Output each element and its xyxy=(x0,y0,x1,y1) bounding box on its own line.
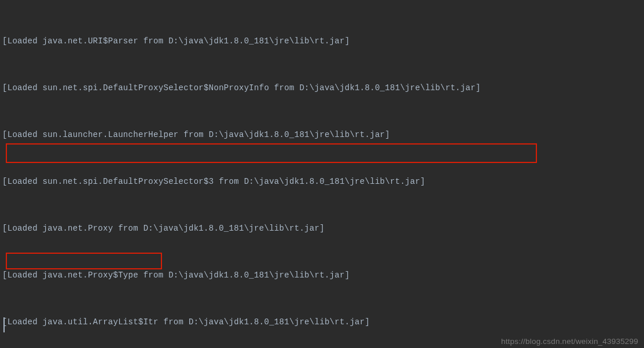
console-line: [Loaded java.net.Proxy$Type from D:\java… xyxy=(2,268,644,283)
watermark-text: https://blog.csdn.net/weixin_43935299 xyxy=(501,337,638,346)
console-line: [Loaded java.net.Proxy from D:\java\jdk1… xyxy=(2,221,644,236)
console-line: [Loaded sun.net.spi.DefaultProxySelector… xyxy=(2,80,644,96)
console-line: [Loaded java.util.ArrayList$Itr from D:\… xyxy=(2,314,644,330)
console-line: [Loaded sun.launcher.LauncherHelper from… xyxy=(2,127,644,143)
console-output: [Loaded java.net.URI$Parser from D:\java… xyxy=(2,2,644,348)
console-line: [Loaded java.net.URI$Parser from D:\java… xyxy=(2,34,644,49)
console-line: [Loaded sun.net.spi.DefaultProxySelector… xyxy=(2,174,644,190)
cursor-indicator xyxy=(3,317,5,332)
